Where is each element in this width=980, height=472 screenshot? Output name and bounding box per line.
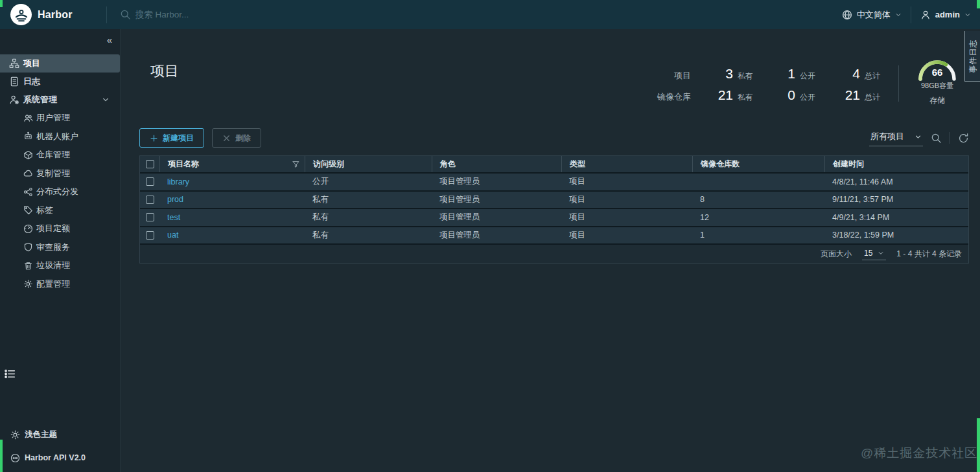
repo-count-cell: 12 — [692, 213, 824, 222]
sidebar-item-label: 垃圾清理 — [36, 260, 70, 271]
type-cell: 项目 — [561, 230, 692, 241]
shield-icon — [23, 242, 33, 252]
private-label: 私有 — [738, 71, 753, 82]
delete-button[interactable]: 删除 — [212, 128, 261, 148]
refresh-icon[interactable] — [958, 133, 969, 144]
project-link[interactable]: uat — [167, 230, 178, 240]
role-cell: 项目管理员 — [432, 212, 561, 223]
search-input[interactable] — [135, 10, 330, 19]
toolbar-divider — [950, 132, 950, 144]
table-row: prod 私有 项目管理员 项目 8 9/11/21, 3:57 PM — [140, 192, 968, 210]
project-link[interactable]: library — [167, 177, 189, 186]
event-log-tab[interactable]: 事件日志 — [964, 31, 980, 82]
pagination-summary: 1 - 4 共计 4 条记录 — [896, 249, 962, 260]
harbor-api-link[interactable]: Harbor API V2.0 — [0, 449, 120, 467]
type-cell: 项目 — [561, 176, 692, 187]
sidebar-item-replications[interactable]: 复制管理 — [0, 164, 120, 183]
table-footer: 页面大小 15 1 - 4 共计 4 条记录 — [140, 245, 968, 263]
language-menu[interactable]: 中文简体 — [833, 0, 911, 29]
sidebar-item-distribution[interactable]: 分布式分发 — [0, 183, 120, 201]
theme-toggle[interactable]: 浅色主题 — [0, 425, 120, 444]
column-header-role: 角色 — [432, 156, 561, 172]
sidebar-item-label: 分布式分发 — [36, 186, 78, 197]
table-row: library 公开 项目管理员 项目 4/8/21, 11:46 AM — [140, 174, 968, 192]
created-cell: 9/11/21, 3:57 PM — [824, 195, 968, 204]
harbor-logo-icon[interactable] — [10, 4, 32, 25]
sidebar-item-configuration[interactable]: 配置管理 — [0, 275, 120, 294]
sun-icon — [10, 430, 20, 440]
gauge-icon — [23, 224, 33, 234]
column-header-access: 访问级别 — [305, 156, 432, 172]
row-checkbox[interactable] — [146, 196, 154, 204]
sidebar-item-project-quotas[interactable]: 项目定额 — [0, 219, 120, 238]
sidebar-item-label: 项目 — [23, 58, 40, 69]
repos-private-count: 21 — [718, 87, 733, 103]
row-checkbox[interactable] — [146, 231, 154, 240]
sidebar-item-label: 审查服务 — [36, 242, 70, 253]
language-label: 中文简体 — [857, 9, 891, 21]
public-label: 公开 — [800, 71, 815, 82]
column-header-type: 类型 — [561, 156, 692, 172]
select-all-cell — [140, 156, 159, 172]
recording-marker — [977, 0, 980, 8]
row-checkbox[interactable] — [146, 213, 154, 221]
sidebar-collapse-button[interactable]: « — [107, 34, 112, 45]
sidebar-item-label: 复制管理 — [36, 168, 70, 179]
filter-funnel-icon[interactable] — [292, 161, 299, 168]
sidebar-item-projects[interactable]: 项目 — [0, 54, 120, 73]
sidebar-item-label: 用户管理 — [36, 112, 70, 124]
header-divider — [106, 6, 107, 23]
sidebar-item-garbage-collection[interactable]: 垃圾清理 — [0, 256, 120, 275]
sidebar-item-label: 项目定额 — [36, 223, 70, 234]
sidebar-item-label: 配置管理 — [36, 278, 70, 290]
sidebar-item-logs[interactable]: 日志 — [0, 73, 120, 91]
chevron-down-icon — [878, 250, 884, 256]
globe-icon — [842, 10, 852, 20]
watermark: @稀土掘金技术社区 — [861, 445, 977, 462]
sidebar-item-registries[interactable]: 仓库管理 — [0, 146, 120, 164]
app-header: Harbor 中文简体 admin — [0, 0, 980, 29]
sidebar-item-label: 机器人账户 — [36, 131, 78, 142]
new-project-button[interactable]: 新建项目 — [139, 128, 204, 148]
table-search-icon[interactable] — [931, 133, 942, 144]
recording-marker — [0, 0, 3, 7]
table-header-row: 项目名称 访问级别 角色 类型 镜像仓库数 创建时间 — [140, 156, 968, 174]
access-level-cell: 公开 — [305, 176, 432, 187]
projects-table: 项目名称 访问级别 角色 类型 镜像仓库数 创建时间 library 公开 项目… — [139, 155, 969, 264]
role-cell: 项目管理员 — [432, 194, 561, 205]
project-link[interactable]: test — [167, 213, 180, 222]
list-menu-button[interactable] — [4, 368, 16, 380]
sidebar-item-system[interactable]: 系统管理 — [0, 91, 120, 109]
times-icon — [222, 134, 231, 142]
row-checkbox[interactable] — [146, 177, 154, 186]
sidebar-item-label: 标签 — [36, 205, 53, 216]
page-size-select[interactable]: 15 — [862, 248, 886, 260]
project-link[interactable]: prod — [167, 195, 183, 204]
project-filter-select[interactable]: 所有项目 — [869, 129, 923, 146]
user-icon — [920, 10, 931, 20]
total-label: 总计 — [865, 92, 880, 103]
page-title: 项目 — [150, 62, 179, 81]
gear-icon — [23, 279, 33, 289]
chevron-down-icon — [915, 133, 922, 140]
repo-count-cell: 1 — [692, 230, 824, 240]
new-project-label: 新建项目 — [163, 133, 194, 144]
projects-total-count: 4 — [852, 66, 860, 82]
sidebar: « 项目 日志 系统管理 用户管理 机器人账户 仓库管理 复制管理 — [0, 29, 121, 472]
created-cell: 4/8/21, 11:46 AM — [824, 177, 968, 186]
stats-divider — [898, 65, 899, 102]
sidebar-item-labels[interactable]: 标签 — [0, 201, 120, 220]
page-size-value: 15 — [864, 249, 872, 258]
created-cell: 4/9/21, 3:14 PM — [824, 213, 968, 222]
tag-icon — [23, 205, 33, 215]
select-all-checkbox[interactable] — [146, 160, 154, 168]
sidebar-item-users[interactable]: 用户管理 — [0, 109, 120, 128]
storage-label: 存储 — [909, 95, 965, 106]
stats-repos-label: 镜像仓库 — [657, 91, 691, 103]
chevron-down-icon — [102, 96, 110, 104]
user-menu[interactable]: admin — [911, 0, 980, 29]
sidebar-item-interrogation-services[interactable]: 审查服务 — [0, 238, 120, 257]
type-cell: 项目 — [561, 194, 692, 205]
sidebar-item-robot-accounts[interactable]: 机器人账户 — [0, 128, 120, 146]
api-link-label: Harbor API V2.0 — [25, 453, 86, 462]
